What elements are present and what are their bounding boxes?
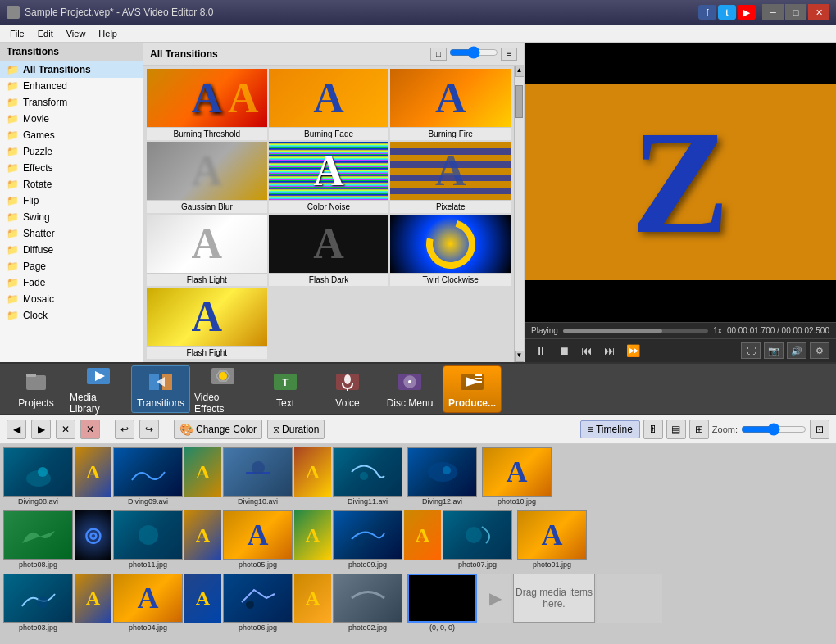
media-item-photo01[interactable]: A photo01.jpg — [517, 510, 587, 569]
close-button[interactable]: ✕ — [56, 420, 75, 439]
transition-small-7[interactable]: A — [404, 510, 441, 560]
media-item-photo04[interactable]: A photo04.jpg — [113, 574, 183, 632]
stop-button[interactable]: ⏹ — [554, 342, 574, 359]
pause-button[interactable]: ⏸ — [531, 342, 551, 359]
grid-view-btn[interactable]: □ — [430, 48, 447, 61]
transition-item-twirl-clockwise[interactable]: Twirl Clockwise — [390, 215, 511, 286]
media-item-photo10[interactable]: A photo10.jpg — [482, 447, 552, 506]
twitter-icon[interactable]: t — [718, 5, 736, 20]
timeline-button[interactable]: ≡ Timeline — [580, 420, 640, 438]
play-to-end-button[interactable]: ⏩ — [623, 342, 643, 359]
transition-item-burning-threshold[interactable]: A Burning Threshold — [147, 69, 267, 140]
fit-button[interactable]: ⊡ — [810, 420, 829, 439]
toolbar-produce[interactable]: Produce... — [443, 365, 502, 413]
redo-button[interactable]: ↪ — [139, 420, 159, 439]
toolbar-video-effects[interactable]: Video Effects — [193, 365, 252, 413]
toolbar-disc-menu[interactable]: Disc Menu — [380, 365, 439, 413]
undo-button[interactable]: ↩ — [115, 420, 134, 439]
sidebar-item-mosaic[interactable]: 📁 Mosaic — [0, 291, 143, 307]
back-button[interactable]: ◀ — [7, 420, 26, 439]
media-item-photo03[interactable]: photo03.jpg — [3, 574, 73, 632]
scroll-down-btn[interactable]: ▼ — [515, 351, 525, 362]
transition-item-flash-dark[interactable]: A Flash Dark — [269, 215, 389, 286]
sidebar-item-movie[interactable]: 📁 Movie — [0, 111, 143, 127]
next-frame-button[interactable]: ⏭ — [600, 342, 620, 359]
sidebar-item-games[interactable]: 📁 Games — [0, 127, 143, 143]
facebook-icon[interactable]: f — [698, 5, 716, 20]
sidebar-item-fade[interactable]: 📁 Fade — [0, 274, 143, 291]
transition-item-gaussian-blur[interactable]: A Gaussian Blur — [147, 142, 267, 213]
grid-list-btn[interactable]: ≡ — [501, 48, 517, 61]
media-item-photo07[interactable]: photo07.jpg — [443, 510, 512, 569]
transition-small-10[interactable]: A — [294, 574, 331, 623]
forward-button[interactable]: ▶ — [31, 420, 51, 439]
media-item-diving09[interactable]: Diving09.avi — [113, 447, 183, 506]
transition-small-5[interactable]: A — [184, 510, 221, 560]
volume-button[interactable]: 🔊 — [787, 342, 806, 359]
media-item-diving08[interactable]: Diving08.avi — [3, 447, 73, 506]
media-item-diving12[interactable]: Diving12.avi — [407, 447, 477, 506]
audio-mixer-button[interactable]: 🎚 — [643, 420, 663, 439]
menu-edit[interactable]: Edit — [31, 27, 60, 40]
media-item-photo06[interactable]: photo06.jpg — [223, 574, 293, 632]
media-item-diving11[interactable]: Diving11.avi — [333, 447, 402, 506]
toolbar-media-library[interactable]: Media Library — [69, 365, 128, 413]
sidebar-item-puzzle[interactable]: 📁 Puzzle — [0, 143, 143, 160]
sidebar-item-page[interactable]: 📁 Page — [0, 258, 143, 274]
toolbar-voice[interactable]: Voice — [318, 365, 377, 413]
toolbar-projects[interactable]: Projects — [7, 365, 66, 413]
media-item-photo08[interactable]: photo08.jpg — [3, 510, 73, 569]
transition-small-6[interactable]: A — [294, 510, 331, 560]
menu-view[interactable]: View — [60, 27, 93, 40]
sidebar-item-transform[interactable]: 📁 Transform — [0, 94, 143, 111]
minimize-button[interactable]: ─ — [762, 4, 784, 20]
transition-item-flash-fight[interactable]: A Flash Fight — [147, 288, 267, 359]
transition-item-burning-fade[interactable]: A Burning Fade — [269, 69, 389, 140]
media-item-photo09[interactable]: photo09.jpg — [333, 510, 402, 569]
drag-area[interactable]: Drag media items here. — [513, 574, 595, 623]
fullscreen-button[interactable]: ⛶ — [741, 342, 761, 359]
sidebar-item-diffuse[interactable]: 📁 Diffuse — [0, 242, 143, 258]
transition-item-burning-fire[interactable]: A Burning Fire — [390, 69, 511, 140]
delete-button[interactable]: ✕ — [80, 420, 100, 439]
media-item-photo05[interactable]: A photo05.jpg — [223, 510, 293, 569]
list-view-button[interactable]: ⊞ — [689, 420, 709, 439]
media-item-photo11[interactable]: photo11.jpg — [113, 510, 183, 569]
transition-small-4[interactable]: ◎ — [75, 510, 111, 560]
transition-item-color-noise[interactable]: A Color Noise — [269, 142, 389, 213]
media-item-photo02[interactable]: photo02.jpg — [333, 574, 402, 632]
transition-small-9[interactable]: A — [184, 574, 221, 623]
menu-help[interactable]: Help — [92, 27, 124, 40]
snapshot-button[interactable]: 📷 — [764, 342, 784, 359]
sidebar-item-rotate[interactable]: 📁 Rotate — [0, 176, 143, 193]
sidebar-item-shatter[interactable]: 📁 Shatter — [0, 225, 143, 242]
media-item-black[interactable]: (0, 0, 0) — [407, 574, 477, 632]
scroll-up-btn[interactable]: ▲ — [515, 66, 525, 77]
sidebar-item-clock[interactable]: 📁 Clock — [0, 307, 143, 324]
settings-button[interactable]: ⚙ — [810, 342, 829, 359]
grid-size-slider[interactable] — [449, 48, 498, 57]
toolbar-transitions[interactable]: Transitions — [131, 365, 190, 413]
toolbar-text[interactable]: T Text — [256, 365, 315, 413]
media-item-diving10[interactable]: Diving10.avi — [223, 447, 293, 506]
youtube-icon[interactable]: ▶ — [738, 5, 756, 20]
change-color-button[interactable]: 🎨 Change Color — [174, 420, 262, 439]
transitions-scrollbar[interactable]: ▲ ▼ — [514, 66, 524, 362]
scroll-track[interactable] — [515, 77, 524, 351]
transition-small-1[interactable]: A — [75, 447, 111, 497]
transition-small-8[interactable]: A — [75, 574, 111, 623]
grid-view-button[interactable]: ▤ — [666, 420, 686, 439]
transition-item-flash-light[interactable]: A Flash Light — [147, 215, 267, 286]
sidebar-item-enhanced[interactable]: 📁 Enhanced — [0, 78, 143, 94]
transition-small-3[interactable]: A — [294, 447, 331, 497]
sidebar-item-effects[interactable]: 📁 Effects — [0, 160, 143, 176]
menu-file[interactable]: File — [3, 27, 31, 40]
transition-item-pixelate[interactable]: A Pixelate — [390, 142, 511, 213]
sidebar-item-swing[interactable]: 📁 Swing — [0, 209, 143, 225]
maximize-button[interactable]: □ — [785, 4, 806, 20]
preview-progress-bar[interactable] — [563, 329, 709, 333]
duration-button[interactable]: ⧖ Duration — [267, 420, 325, 439]
sidebar-item-all-transitions[interactable]: 📁 All Transitions — [0, 61, 143, 78]
scroll-thumb[interactable] — [515, 85, 523, 118]
prev-frame-button[interactable]: ⏮ — [577, 342, 597, 359]
